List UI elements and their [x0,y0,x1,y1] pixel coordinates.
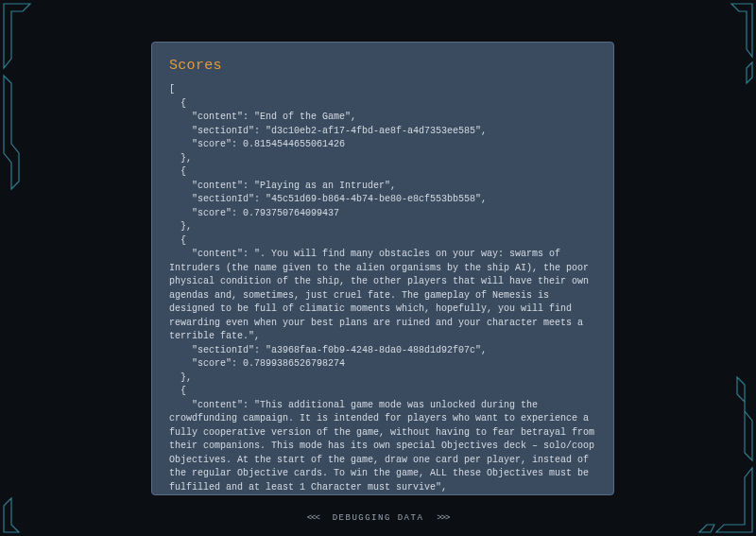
hud-bracket-bottom-left [2,496,21,534]
hud-bracket-bottom-right [697,373,754,534]
scores-json-dump: [ { "content": "End of the Game", "secti… [169,83,596,495]
footer-text: DEBUGGING DATA [333,513,424,523]
scores-panel: Scores [ { "content": "End of the Game",… [151,42,614,495]
hud-bracket-top-right [726,2,754,87]
hud-bracket-top-left [2,2,40,191]
chevron-right-icon: >>> [437,513,449,523]
chevron-left-icon: <<< [307,513,319,523]
debugging-data-label: <<< DEBUGGING DATA >>> [307,513,450,523]
panel-title: Scores [169,58,596,74]
